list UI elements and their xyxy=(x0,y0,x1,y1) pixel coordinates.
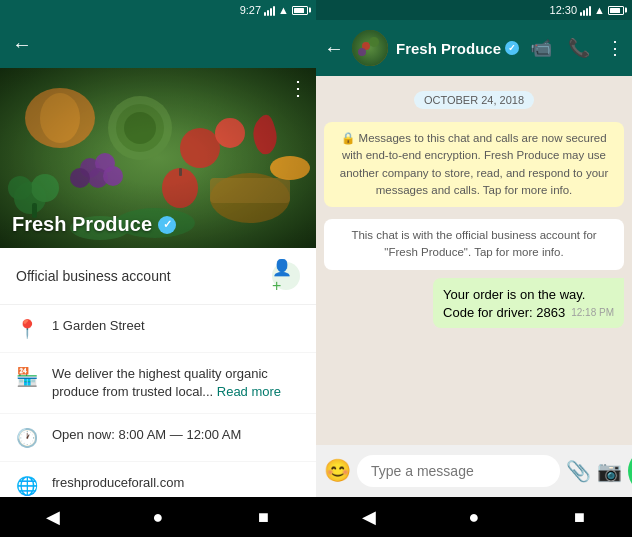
hero-title-area: Fresh Produce ✓ xyxy=(12,213,176,236)
chat-body: OCTOBER 24, 2018 🔒 Messages to this chat… xyxy=(316,76,632,445)
attach-button[interactable]: 📎 xyxy=(566,459,591,483)
svg-point-24 xyxy=(352,30,388,66)
left-panel: 9:27 ▲ ← xyxy=(0,0,316,537)
hours-row: 🕐 Open now: 8:00 AM — 12:00 AM xyxy=(0,414,316,462)
svg-point-27 xyxy=(358,48,366,56)
right-recents-nav-button[interactable]: ■ xyxy=(559,497,599,537)
info-section: Official business account 👤+ 📍 1 Garden … xyxy=(0,248,316,497)
message-input[interactable] xyxy=(357,455,560,487)
website-link[interactable]: freshproduceforall.com xyxy=(52,474,184,492)
description-text: We deliver the highest quality organic p… xyxy=(52,365,300,401)
back-button[interactable]: ← xyxy=(12,33,32,56)
address-row: 📍 1 Garden Street xyxy=(0,305,316,353)
video-call-icon[interactable]: 📹 xyxy=(530,37,552,59)
right-panel: 12:30 ▲ ← xyxy=(316,0,632,537)
chat-verified-badge: ✓ xyxy=(505,41,519,55)
left-bottom-nav: ◀ ● ■ xyxy=(0,497,316,537)
add-contact-button[interactable]: 👤+ xyxy=(272,262,300,290)
left-status-bar: 9:27 ▲ xyxy=(0,0,316,20)
camera-button[interactable]: 📷 xyxy=(597,459,622,483)
right-back-nav-button[interactable]: ◀ xyxy=(349,497,389,537)
right-bottom-nav: ◀ ● ■ xyxy=(316,497,632,537)
date-chip: OCTOBER 24, 2018 xyxy=(414,90,534,108)
info-icon: 🏪 xyxy=(16,366,36,388)
message-time: 12:18 PM xyxy=(571,306,614,320)
website-row: 🌐 freshproduceforall.com xyxy=(0,462,316,497)
profile-content: Official business account 👤+ 📍 1 Garden … xyxy=(0,248,316,497)
hero-image: Fresh Produce ✓ ⋮ xyxy=(0,68,316,248)
chat-header-info: Fresh Produce ✓ xyxy=(396,40,522,57)
clock-icon: 🕐 xyxy=(16,427,36,449)
right-battery-icon xyxy=(608,6,624,15)
official-account-label: Official business account xyxy=(16,268,171,284)
home-nav-button[interactable]: ● xyxy=(138,497,178,537)
more-options-icon[interactable]: ⋮ xyxy=(288,76,308,100)
description-row: 🏪 We deliver the highest quality organic… xyxy=(0,353,316,414)
right-wifi-icon: ▲ xyxy=(594,4,605,16)
right-status-bar: 12:30 ▲ xyxy=(316,0,632,20)
voice-call-icon[interactable]: 📞 xyxy=(568,37,590,59)
svg-point-26 xyxy=(369,37,379,47)
signal-icon xyxy=(264,4,275,16)
chat-back-button[interactable]: ← xyxy=(324,37,344,60)
location-icon: 📍 xyxy=(16,318,36,340)
chat-header-icons: 📹 📞 ⋮ xyxy=(530,37,624,59)
mic-button[interactable]: 🎤 xyxy=(628,449,632,493)
chat-header: ← Fresh Produce ✓ xyxy=(316,20,632,76)
emoji-button[interactable]: 😊 xyxy=(324,458,351,484)
chat-input-area: 😊 📎 📷 🎤 xyxy=(316,445,632,497)
right-time: 12:30 xyxy=(550,4,578,16)
wifi-icon: ▲ xyxy=(278,4,289,16)
system-message-encryption[interactable]: 🔒 Messages to this chat and calls are no… xyxy=(324,122,624,207)
outgoing-message: Your order is on the way. Code for drive… xyxy=(433,278,624,328)
battery-icon xyxy=(292,6,308,15)
recents-nav-button[interactable]: ■ xyxy=(243,497,283,537)
left-nav-header: ← xyxy=(0,20,316,68)
address-text: 1 Garden Street xyxy=(52,317,145,335)
right-signal-icon xyxy=(580,4,591,16)
read-more-link[interactable]: Read more xyxy=(217,384,281,399)
back-nav-button[interactable]: ◀ xyxy=(33,497,73,537)
hero-title: Fresh Produce xyxy=(12,213,152,236)
left-time: 9:27 xyxy=(240,4,261,16)
right-home-nav-button[interactable]: ● xyxy=(454,497,494,537)
chat-more-icon[interactable]: ⋮ xyxy=(606,37,624,59)
message-text: Your order is on the way. Code for drive… xyxy=(443,287,585,320)
chat-avatar xyxy=(352,30,388,66)
chat-header-name: Fresh Produce ✓ xyxy=(396,40,522,57)
system-message-business[interactable]: This chat is with the official business … xyxy=(324,219,624,270)
official-account-row: Official business account 👤+ xyxy=(0,248,316,305)
hero-verified-badge: ✓ xyxy=(158,216,176,234)
globe-icon: 🌐 xyxy=(16,475,36,497)
hours-text: Open now: 8:00 AM — 12:00 AM xyxy=(52,426,241,444)
